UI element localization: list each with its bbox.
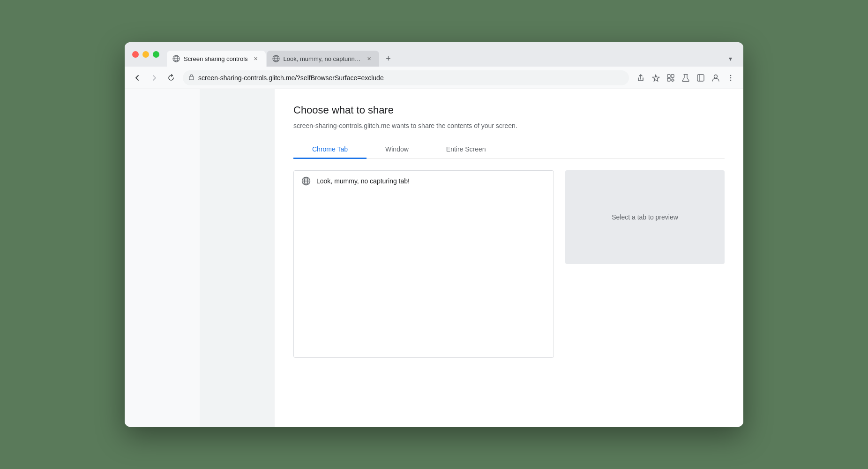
preview-label: Select a tab to preview (612, 213, 678, 221)
browser-window: Screen sharing controls ✕ Look, mummy, n… (125, 42, 743, 427)
lab-button[interactable] (679, 71, 693, 85)
new-tab-button[interactable]: + (382, 52, 395, 65)
svg-rect-13 (667, 78, 670, 81)
account-icon (711, 74, 720, 82)
svg-rect-10 (189, 76, 194, 80)
globe-icon-tab2 (272, 55, 280, 62)
flask-icon (681, 74, 690, 82)
back-button[interactable] (130, 71, 144, 85)
svg-rect-15 (697, 75, 704, 81)
share-page-button[interactable] (634, 71, 648, 85)
toolbar-actions (634, 71, 738, 85)
minimize-traffic-light[interactable] (142, 51, 149, 58)
tab-close-active[interactable]: ✕ (252, 54, 260, 63)
svg-point-20 (730, 79, 732, 81)
puzzle-icon (666, 74, 675, 82)
forward-button[interactable] (147, 71, 161, 85)
share-tab-entire-screen[interactable]: Entire Screen (427, 141, 505, 159)
sidebar-icon (696, 74, 705, 82)
maximize-traffic-light[interactable] (153, 51, 159, 58)
svg-point-17 (714, 75, 718, 78)
svg-rect-11 (667, 75, 670, 77)
close-traffic-light[interactable] (132, 51, 139, 58)
svg-point-19 (730, 77, 732, 78)
menu-dots-icon (726, 74, 735, 82)
extensions-button[interactable] (664, 71, 678, 85)
page-area: Choose what to share screen-sharing-cont… (125, 89, 743, 427)
tab-title-inactive: Look, mummy, no capturing ta… (284, 55, 361, 62)
share-tab-chrome-tab[interactable]: Chrome Tab (293, 141, 367, 159)
star-icon (651, 74, 660, 82)
list-item[interactable]: Look, mummy, no capturing tab! (294, 171, 554, 191)
preview-box: Select a tab to preview (565, 170, 725, 264)
sidebar-toggle-button[interactable] (694, 71, 708, 85)
browser-tab-inactive[interactable]: Look, mummy, no capturing ta… ✕ (267, 51, 379, 67)
tab-dropdown-button[interactable]: ▾ (725, 55, 736, 62)
back-icon (133, 74, 142, 82)
globe-icon-tab1 (172, 55, 180, 62)
chooser-title: Choose what to share (293, 104, 725, 116)
tab-title-active: Screen sharing controls (184, 55, 248, 62)
share-type-tabs: Chrome Tab Window Entire Screen (293, 141, 725, 159)
lock-icon (188, 74, 195, 82)
bookmark-button[interactable] (649, 71, 663, 85)
account-button[interactable] (709, 71, 723, 85)
title-bar: Screen sharing controls ✕ Look, mummy, n… (125, 42, 743, 67)
toolbar: screen-sharing-controls.glitch.me/?selfB… (125, 67, 743, 89)
list-item-title: Look, mummy, no capturing tab! (316, 177, 410, 185)
svg-rect-12 (671, 75, 674, 77)
address-bar[interactable]: screen-sharing-controls.glitch.me/?selfB… (183, 70, 629, 85)
globe-icon-list-item (301, 176, 311, 186)
page-content: Choose what to share screen-sharing-cont… (275, 89, 743, 427)
browser-tab-active[interactable]: Screen sharing controls ✕ (167, 51, 266, 67)
chrome-menu-button[interactable] (724, 71, 738, 85)
sidebar-placeholder (125, 89, 200, 427)
tab-list[interactable]: Look, mummy, no capturing tab! (293, 170, 554, 358)
preview-panel: Select a tab to preview (565, 170, 725, 412)
share-content: Look, mummy, no capturing tab! Select a … (293, 170, 725, 412)
traffic-lights (132, 51, 159, 58)
forward-icon (150, 74, 158, 82)
share-tab-window[interactable]: Window (367, 141, 427, 159)
url-text: screen-sharing-controls.glitch.me/?selfB… (198, 74, 623, 82)
reload-icon (167, 74, 175, 82)
svg-point-18 (730, 75, 732, 76)
reload-button[interactable] (164, 71, 178, 85)
share-icon (636, 74, 645, 82)
tab-close-inactive[interactable]: ✕ (365, 54, 374, 63)
chooser-subtitle: screen-sharing-controls.glitch.me wants … (293, 122, 725, 129)
